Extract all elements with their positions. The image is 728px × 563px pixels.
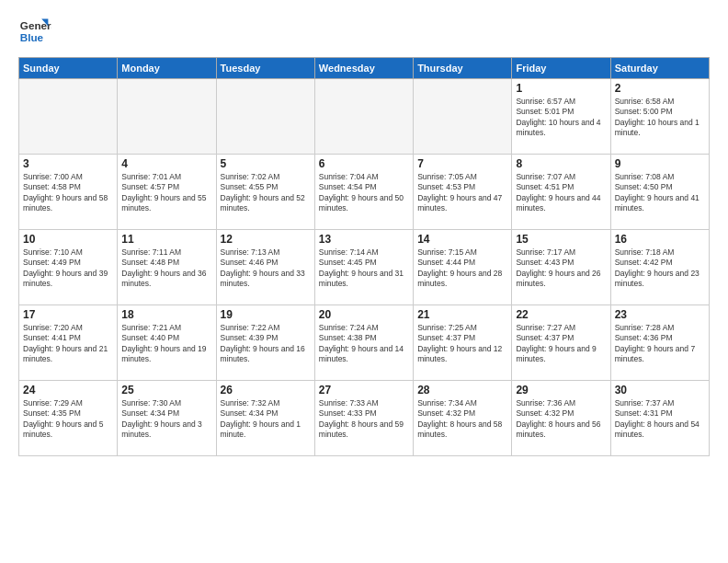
day-info: Sunrise: 7:37 AMSunset: 4:31 PMDaylight:… xyxy=(615,398,705,441)
weekday-header: Saturday xyxy=(610,58,709,79)
weekday-header-row: SundayMondayTuesdayWednesdayThursdayFrid… xyxy=(19,58,710,79)
day-number: 8 xyxy=(516,157,606,170)
calendar-day-cell xyxy=(118,79,216,155)
day-number: 12 xyxy=(221,233,311,246)
weekday-header: Thursday xyxy=(414,58,512,79)
calendar-day-cell xyxy=(216,79,314,155)
day-number: 28 xyxy=(417,384,507,396)
day-info: Sunrise: 7:22 AMSunset: 4:39 PMDaylight:… xyxy=(221,323,311,365)
svg-text:Blue: Blue xyxy=(20,31,44,43)
calendar-day-cell: 30Sunrise: 7:37 AMSunset: 4:31 PMDayligh… xyxy=(610,381,709,456)
calendar-day-cell: 10Sunrise: 7:10 AMSunset: 4:49 PMDayligh… xyxy=(19,230,118,305)
calendar-day-cell: 6Sunrise: 7:04 AMSunset: 4:54 PMDaylight… xyxy=(314,155,413,230)
calendar-day-cell: 5Sunrise: 7:02 AMSunset: 4:55 PMDaylight… xyxy=(216,155,314,230)
calendar-day-cell: 22Sunrise: 7:27 AMSunset: 4:37 PMDayligh… xyxy=(512,305,610,381)
day-number: 22 xyxy=(516,308,606,321)
logo: General Blue xyxy=(18,15,51,48)
calendar-day-cell: 1Sunrise: 6:57 AMSunset: 5:01 PMDaylight… xyxy=(512,79,610,155)
day-info: Sunrise: 7:25 AMSunset: 4:37 PMDaylight:… xyxy=(417,323,507,365)
calendar-day-cell: 18Sunrise: 7:21 AMSunset: 4:40 PMDayligh… xyxy=(118,305,216,381)
day-number: 23 xyxy=(615,308,705,321)
calendar-day-cell: 3Sunrise: 7:00 AMSunset: 4:58 PMDaylight… xyxy=(19,155,118,230)
day-info: Sunrise: 7:36 AMSunset: 4:32 PMDaylight:… xyxy=(516,398,606,441)
weekday-header: Wednesday xyxy=(314,58,413,79)
day-number: 24 xyxy=(23,384,113,396)
calendar-day-cell: 8Sunrise: 7:07 AMSunset: 4:51 PMDaylight… xyxy=(512,155,610,230)
calendar-day-cell: 21Sunrise: 7:25 AMSunset: 4:37 PMDayligh… xyxy=(414,305,512,381)
calendar-week-row: 10Sunrise: 7:10 AMSunset: 4:49 PMDayligh… xyxy=(19,230,710,305)
day-info: Sunrise: 6:57 AMSunset: 5:01 PMDaylight:… xyxy=(516,97,606,139)
day-info: Sunrise: 7:04 AMSunset: 4:54 PMDaylight:… xyxy=(319,172,409,214)
day-info: Sunrise: 7:15 AMSunset: 4:44 PMDaylight:… xyxy=(417,247,507,290)
day-info: Sunrise: 7:18 AMSunset: 4:42 PMDaylight:… xyxy=(615,247,705,290)
day-info: Sunrise: 7:01 AMSunset: 4:57 PMDaylight:… xyxy=(121,172,211,214)
calendar-day-cell: 23Sunrise: 7:28 AMSunset: 4:36 PMDayligh… xyxy=(610,305,709,381)
day-info: Sunrise: 7:28 AMSunset: 4:36 PMDaylight:… xyxy=(615,323,705,365)
calendar-day-cell: 14Sunrise: 7:15 AMSunset: 4:44 PMDayligh… xyxy=(414,230,512,305)
weekday-header: Tuesday xyxy=(216,58,314,79)
calendar-week-row: 24Sunrise: 7:29 AMSunset: 4:35 PMDayligh… xyxy=(19,381,710,456)
calendar-day-cell: 29Sunrise: 7:36 AMSunset: 4:32 PMDayligh… xyxy=(512,381,610,456)
day-info: Sunrise: 7:29 AMSunset: 4:35 PMDaylight:… xyxy=(23,398,113,441)
day-number: 2 xyxy=(615,82,705,95)
weekday-header: Friday xyxy=(512,58,610,79)
day-number: 17 xyxy=(23,308,113,321)
day-info: Sunrise: 7:20 AMSunset: 4:41 PMDaylight:… xyxy=(23,323,113,365)
day-info: Sunrise: 7:30 AMSunset: 4:34 PMDaylight:… xyxy=(121,398,211,441)
day-info: Sunrise: 7:07 AMSunset: 4:51 PMDaylight:… xyxy=(516,172,606,214)
day-info: Sunrise: 7:17 AMSunset: 4:43 PMDaylight:… xyxy=(516,247,606,290)
day-info: Sunrise: 7:10 AMSunset: 4:49 PMDaylight:… xyxy=(23,247,113,290)
day-number: 6 xyxy=(319,157,409,170)
day-info: Sunrise: 7:24 AMSunset: 4:38 PMDaylight:… xyxy=(319,323,409,365)
day-number: 27 xyxy=(319,384,409,396)
day-number: 10 xyxy=(23,233,113,246)
calendar-table: SundayMondayTuesdayWednesdayThursdayFrid… xyxy=(18,57,710,456)
calendar-day-cell: 19Sunrise: 7:22 AMSunset: 4:39 PMDayligh… xyxy=(216,305,314,381)
day-info: Sunrise: 7:11 AMSunset: 4:48 PMDaylight:… xyxy=(121,247,211,290)
calendar-day-cell: 25Sunrise: 7:30 AMSunset: 4:34 PMDayligh… xyxy=(118,381,216,456)
day-number: 20 xyxy=(319,308,409,321)
day-number: 11 xyxy=(121,233,211,246)
day-number: 3 xyxy=(23,157,113,170)
calendar-day-cell: 27Sunrise: 7:33 AMSunset: 4:33 PMDayligh… xyxy=(314,381,413,456)
day-number: 9 xyxy=(615,157,705,170)
day-number: 16 xyxy=(615,233,705,246)
calendar-day-cell xyxy=(314,79,413,155)
day-info: Sunrise: 7:32 AMSunset: 4:34 PMDaylight:… xyxy=(221,398,311,441)
day-info: Sunrise: 7:34 AMSunset: 4:32 PMDaylight:… xyxy=(417,398,507,441)
day-info: Sunrise: 6:58 AMSunset: 5:00 PMDaylight:… xyxy=(615,97,705,139)
day-info: Sunrise: 7:33 AMSunset: 4:33 PMDaylight:… xyxy=(319,398,409,441)
calendar-day-cell: 20Sunrise: 7:24 AMSunset: 4:38 PMDayligh… xyxy=(314,305,413,381)
day-number: 13 xyxy=(319,233,409,246)
calendar-week-row: 1Sunrise: 6:57 AMSunset: 5:01 PMDaylight… xyxy=(19,79,710,155)
calendar-day-cell xyxy=(414,79,512,155)
calendar-day-cell: 9Sunrise: 7:08 AMSunset: 4:50 PMDaylight… xyxy=(610,155,709,230)
weekday-header: Sunday xyxy=(19,58,118,79)
day-info: Sunrise: 7:02 AMSunset: 4:55 PMDaylight:… xyxy=(221,172,311,214)
weekday-header: Monday xyxy=(118,58,216,79)
day-info: Sunrise: 7:00 AMSunset: 4:58 PMDaylight:… xyxy=(23,172,113,214)
calendar-day-cell xyxy=(19,79,118,155)
day-info: Sunrise: 7:13 AMSunset: 4:46 PMDaylight:… xyxy=(221,247,311,290)
day-number: 26 xyxy=(221,384,311,396)
calendar-day-cell: 15Sunrise: 7:17 AMSunset: 4:43 PMDayligh… xyxy=(512,230,610,305)
calendar-day-cell: 16Sunrise: 7:18 AMSunset: 4:42 PMDayligh… xyxy=(610,230,709,305)
calendar-day-cell: 7Sunrise: 7:05 AMSunset: 4:53 PMDaylight… xyxy=(414,155,512,230)
page-header: General Blue xyxy=(18,15,710,48)
day-number: 4 xyxy=(121,157,211,170)
calendar-week-row: 3Sunrise: 7:00 AMSunset: 4:58 PMDaylight… xyxy=(19,155,710,230)
day-number: 21 xyxy=(417,308,507,321)
day-number: 25 xyxy=(121,384,211,396)
day-number: 19 xyxy=(221,308,311,321)
day-number: 1 xyxy=(516,82,606,95)
day-number: 18 xyxy=(121,308,211,321)
day-info: Sunrise: 7:05 AMSunset: 4:53 PMDaylight:… xyxy=(417,172,507,214)
calendar-day-cell: 17Sunrise: 7:20 AMSunset: 4:41 PMDayligh… xyxy=(19,305,118,381)
calendar-day-cell: 12Sunrise: 7:13 AMSunset: 4:46 PMDayligh… xyxy=(216,230,314,305)
calendar-day-cell: 11Sunrise: 7:11 AMSunset: 4:48 PMDayligh… xyxy=(118,230,216,305)
day-info: Sunrise: 7:14 AMSunset: 4:45 PMDaylight:… xyxy=(319,247,409,290)
day-number: 5 xyxy=(221,157,311,170)
day-number: 15 xyxy=(516,233,606,246)
calendar-day-cell: 26Sunrise: 7:32 AMSunset: 4:34 PMDayligh… xyxy=(216,381,314,456)
calendar-day-cell: 13Sunrise: 7:14 AMSunset: 4:45 PMDayligh… xyxy=(314,230,413,305)
